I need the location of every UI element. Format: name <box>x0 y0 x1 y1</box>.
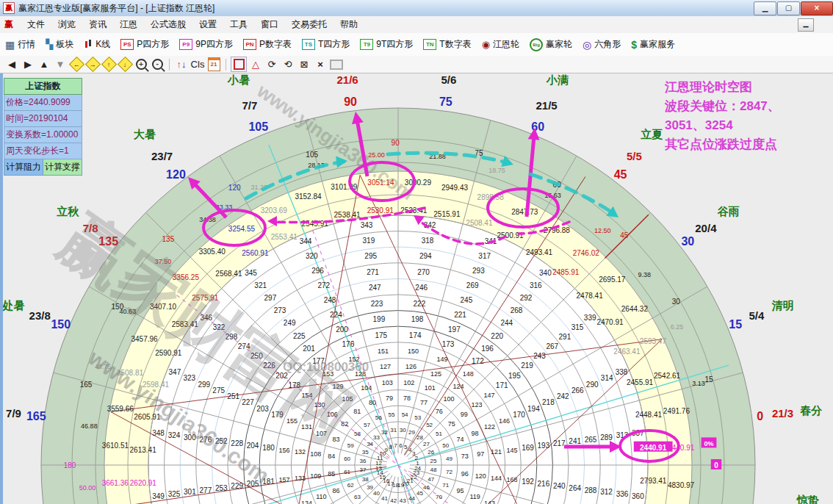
up-triangle-icon[interactable]: ▲ <box>37 57 51 71</box>
svg-text:2515.91: 2515.91 <box>433 210 461 218</box>
minimize-button[interactable]: ▁ <box>754 1 776 15</box>
panel-title: 上证指数 <box>4 78 82 95</box>
svg-text:323: 323 <box>183 374 195 382</box>
svg-text:243: 243 <box>533 352 546 360</box>
svg-text:小满: 小满 <box>546 73 569 86</box>
expand-icon[interactable]: × <box>313 57 328 71</box>
svg-text:148: 148 <box>463 370 474 378</box>
menu-item-3[interactable]: 江恩 <box>113 17 144 32</box>
move-up-icon[interactable]: ↑ <box>101 57 116 71</box>
main-toolbar: ▦行情▚板块K线PSP四方形P99P四方形PNP数字表TST四方形T99T四方形… <box>0 33 833 57</box>
panel-button-计算阻力[interactable]: 计算阻力 <box>4 159 43 176</box>
svg-text:2470.91: 2470.91 <box>596 318 624 326</box>
menu-item-8[interactable]: 交易委托 <box>285 17 333 32</box>
svg-text:289: 289 <box>600 433 613 442</box>
menu-item-4[interactable]: 公式选股 <box>144 17 192 32</box>
menu-item-2[interactable]: 资讯 <box>82 17 113 32</box>
toolbar-button-T四方形[interactable]: TST四方形 <box>297 38 355 51</box>
svg-text:33: 33 <box>373 434 380 441</box>
toolbar-button-六角形[interactable]: ◎六角形 <box>577 38 626 51</box>
svg-text:174: 174 <box>409 331 422 339</box>
panel-button-计算支撑[interactable]: 计算支撑 <box>43 159 82 176</box>
price-axis-icon[interactable]: ↑↓ <box>174 57 189 71</box>
svg-text:245: 245 <box>461 296 473 304</box>
menu-item-7[interactable]: 窗口 <box>254 17 285 32</box>
move-left-icon[interactable]: ← <box>69 57 84 71</box>
svg-text:45: 45 <box>614 168 627 181</box>
svg-text:99: 99 <box>461 411 468 418</box>
maximize-button[interactable]: ▢ <box>777 1 800 15</box>
down-triangle-icon[interactable]: ▼ <box>53 57 68 71</box>
svg-text:61: 61 <box>344 469 350 475</box>
svg-text:316: 316 <box>530 281 542 289</box>
menu-item-1[interactable]: 浏览 <box>51 17 82 32</box>
cls-button[interactable]: Cls <box>190 57 205 71</box>
svg-text:102: 102 <box>403 379 414 386</box>
toolbar-button-9T四方形[interactable]: T99T四方形 <box>355 38 418 51</box>
close-button[interactable]: × <box>801 1 833 15</box>
index-info-panel: 上证指数 价格=2440.9099时间=20190104变换系数=1.00000… <box>4 78 82 176</box>
toolbar-button-K线[interactable]: K线 <box>79 38 115 51</box>
svg-text:299: 299 <box>198 381 210 389</box>
svg-text:197: 197 <box>448 325 461 334</box>
svg-text:5/6: 5/6 <box>441 73 456 86</box>
rect-tool-icon[interactable] <box>231 57 247 72</box>
svg-text:2620.91: 2620.91 <box>130 479 157 487</box>
rotate-ccw-icon[interactable]: ⟲ <box>281 57 295 71</box>
menu-item-9[interactable]: 帮助 <box>333 17 364 32</box>
blocks-icon: ▚ <box>46 40 53 50</box>
window-left-border <box>0 73 3 504</box>
svg-text:247: 247 <box>369 284 381 292</box>
calendar-icon[interactable]: 21 <box>206 57 221 71</box>
rotate-cw-icon[interactable]: ⟳ <box>264 57 279 71</box>
toolbar-button-行情[interactable]: ▦行情 <box>0 38 40 51</box>
svg-text:0: 0 <box>757 410 763 422</box>
mdi-minimize-button[interactable]: ▁ <box>798 18 814 32</box>
svg-text:2568.41: 2568.41 <box>215 270 242 278</box>
dollar-icon: $ <box>631 39 637 51</box>
svg-text:2463.41: 2463.41 <box>613 348 641 356</box>
toolbar-button-赢家服务[interactable]: $赢家服务 <box>626 38 680 51</box>
zoom-out-icon[interactable]: - <box>150 57 165 71</box>
svg-text:293: 293 <box>472 267 485 275</box>
svg-text:268: 268 <box>511 306 523 314</box>
box-x-icon[interactable]: ⊠ <box>297 57 311 71</box>
svg-text:21/6: 21/6 <box>336 73 358 86</box>
toolbar-button-P数字表[interactable]: PNP数字表 <box>238 38 297 51</box>
toolbar-button-赢家轮[interactable]: Big赢家轮 <box>524 38 577 51</box>
move-down-icon[interactable]: ↓ <box>118 57 132 71</box>
menu-bar: 赢 文件浏览资讯江恩公式选股设置工具窗口交易委托帮助 ▁ <box>0 16 833 34</box>
svg-text:小暑: 小暑 <box>227 73 250 86</box>
menu-item-5[interactable]: 设置 <box>192 17 223 32</box>
menu-item-6[interactable]: 工具 <box>223 17 254 32</box>
triangle-tool-icon[interactable]: △ <box>248 57 263 71</box>
svg-text:72: 72 <box>446 469 452 475</box>
menu-item-0[interactable]: 文件 <box>21 17 51 32</box>
svg-text:3661.36: 3661.36 <box>102 479 129 487</box>
svg-text:4: 4 <box>408 447 412 453</box>
next-icon[interactable]: ▶ <box>21 57 35 71</box>
toolbar-button-P四方形[interactable]: PSP四方形 <box>115 38 174 51</box>
svg-text:296: 296 <box>311 267 324 275</box>
toolbar-button-T数字表[interactable]: TNT数字表 <box>418 38 476 51</box>
svg-text:37: 37 <box>360 467 367 473</box>
svg-text:253: 253 <box>215 484 228 492</box>
move-right-icon[interactable]: → <box>85 57 100 71</box>
svg-text:345: 345 <box>245 269 257 277</box>
svg-text:23/8: 23/8 <box>29 309 51 322</box>
prev-icon[interactable]: ◀ <box>4 57 19 71</box>
svg-text:292: 292 <box>520 294 533 302</box>
svg-text:立秋: 立秋 <box>56 205 79 217</box>
title-bar: 赢 赢家江恩专业版[赢家服务平台] - [上证指数 江恩轮] ▁ ▢ × <box>0 0 833 17</box>
note-line: 波段关键位：2847、 <box>665 97 780 116</box>
note-line: 其它点位涨跌过度点 <box>665 135 780 154</box>
window-title: 赢家江恩专业版[赢家服务平台] - [上证指数 江恩轮] <box>18 2 214 15</box>
zoom-in-icon[interactable]: + <box>134 57 148 71</box>
toolbar-button-板块[interactable]: ▚板块 <box>40 38 79 51</box>
svg-text:77: 77 <box>420 399 428 406</box>
svg-text:165: 165 <box>26 410 46 422</box>
ts-badge: TS <box>302 39 315 50</box>
panel-row-0: 价格=2440.9099 <box>4 95 82 111</box>
toolbar-button-9P四方形[interactable]: P99P四方形 <box>174 38 238 51</box>
toolbar-button-江恩轮[interactable]: ◉江恩轮 <box>477 38 524 51</box>
